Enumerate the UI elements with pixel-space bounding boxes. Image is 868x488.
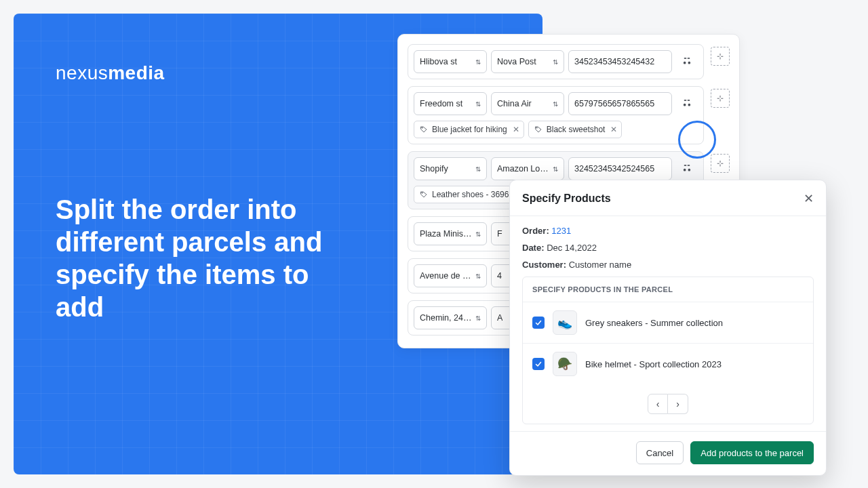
remove-tag-icon[interactable]: ✕: [513, 125, 519, 134]
order-link[interactable]: 1231: [551, 226, 571, 236]
svg-point-2: [684, 104, 686, 106]
address-select[interactable]: Plaza Ministro⇅: [414, 222, 487, 245]
close-icon[interactable]: ✕: [804, 191, 814, 206]
parcel-row: Hlibova st⇅Nova Post⇅34523453453245432⊹: [408, 44, 730, 79]
split-icon[interactable]: [677, 157, 696, 180]
specify-products-modal: Specify Products ✕ Order: 1231 Date: Dec…: [509, 180, 827, 476]
address-select[interactable]: Shopify⇅: [414, 157, 487, 180]
brand-part2: media: [108, 62, 164, 83]
add-parcel-icon[interactable]: ⊹: [711, 154, 730, 173]
product-tag[interactable]: Black sweetshot✕: [528, 121, 623, 138]
date-meta: Date: Dec 14,2022: [522, 243, 814, 253]
carrier-select[interactable]: China Air⇅: [491, 92, 564, 115]
svg-point-5: [536, 127, 537, 128]
product-checkbox[interactable]: [532, 317, 545, 329]
customer-meta: Customer: Customer name: [522, 260, 814, 270]
address-select[interactable]: Hlibova st⇅: [414, 50, 487, 73]
brand-part1: nexus: [56, 62, 108, 83]
add-products-button[interactable]: Add products to the parcel: [690, 441, 814, 464]
pager: ‹ ›: [523, 384, 813, 424]
product-row[interactable]: 👟Grey sneakers - Summer collection: [523, 302, 813, 343]
tracking-input[interactable]: 34523453453245432: [568, 50, 672, 73]
carrier-select[interactable]: Nova Post⇅: [491, 50, 564, 73]
tracking-input[interactable]: 32452345342524565: [568, 157, 672, 180]
brand-logo: nexusmedia: [56, 62, 165, 84]
product-checkbox[interactable]: [532, 358, 545, 370]
split-icon[interactable]: [677, 92, 696, 115]
add-parcel-icon[interactable]: ⊹: [711, 47, 730, 66]
next-page-button[interactable]: ›: [668, 394, 688, 414]
order-meta: Order: 1231: [522, 226, 814, 236]
tracking-input[interactable]: 65797565657865565: [568, 92, 672, 115]
headline-text: Split the order into different parcels a…: [56, 193, 340, 323]
prev-page-button[interactable]: ‹: [648, 394, 668, 414]
product-thumbnail: 🪖: [553, 352, 577, 376]
modal-title: Specify Products: [522, 192, 611, 205]
cancel-button[interactable]: Cancel: [636, 441, 684, 464]
svg-point-8: [422, 192, 422, 193]
product-tag[interactable]: Blue jacket for hiking✕: [414, 121, 524, 138]
svg-point-4: [422, 127, 422, 128]
address-select[interactable]: Freedom st⇅: [414, 92, 487, 115]
parcel-card: Hlibova st⇅Nova Post⇅34523453453245432: [408, 44, 704, 79]
address-select[interactable]: Avenue de Rena..⇅: [414, 264, 487, 287]
carrier-select[interactable]: Amazon Logistics⇅: [491, 157, 564, 180]
svg-point-0: [684, 62, 686, 64]
parcel-card: Freedom st⇅China Air⇅65797565657865565Bl…: [408, 86, 704, 144]
section-heading: SPECIFY PRODUCTS IN THE PARCEL: [523, 277, 813, 302]
product-thumbnail: 👟: [553, 310, 577, 335]
split-icon[interactable]: [677, 50, 696, 73]
product-row[interactable]: 🪖Bike helmet - Sport collection 2023: [523, 343, 813, 384]
add-parcel-icon[interactable]: ⊹: [711, 89, 730, 108]
product-name: Grey sneakers - Summer collection: [585, 318, 723, 328]
svg-point-1: [688, 62, 691, 64]
address-select[interactable]: Chemin, 24709⇅: [414, 306, 487, 329]
svg-point-7: [688, 169, 691, 171]
svg-point-3: [688, 104, 691, 106]
product-name: Bike helmet - Sport collection 2023: [585, 359, 722, 369]
svg-point-6: [684, 169, 686, 171]
parcel-row: Freedom st⇅China Air⇅65797565657865565Bl…: [408, 86, 730, 144]
remove-tag-icon[interactable]: ✕: [610, 125, 617, 134]
